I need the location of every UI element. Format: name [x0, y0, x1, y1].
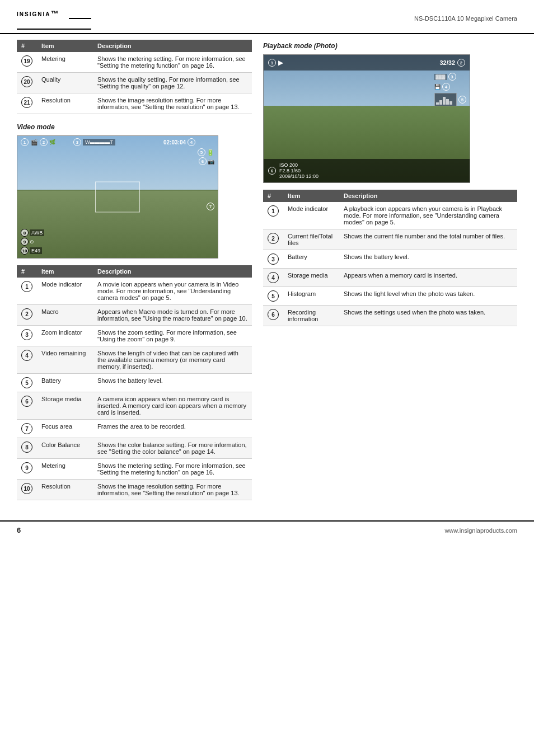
row-item: Metering — [37, 459, 93, 480]
row-item: Focus area — [37, 420, 93, 438]
row-num: 20 — [17, 73, 37, 93]
row-item: Storage media — [37, 392, 93, 420]
callout-9: 9 — [21, 238, 29, 246]
num-circle: 19 — [21, 55, 32, 67]
row-item: Recording information — [283, 306, 339, 326]
battery-row: ▓▓▓ 3 — [434, 73, 466, 81]
table-row: 20 Quality Shows the quality setting. Fo… — [17, 73, 252, 93]
video-mode-table: # Item Description 1 Mode indicator A mo… — [17, 265, 252, 500]
table-row: 8 Color Balance Shows the color balance … — [17, 438, 252, 459]
num-circle: 2 — [21, 308, 32, 320]
pb-callout-4: 4 — [442, 83, 450, 91]
callout-8: 8 — [21, 229, 29, 237]
video-time: 02:03:04 — [163, 139, 186, 145]
table-row: 6 Storage media A camera icon appears wh… — [17, 392, 252, 420]
row-desc: Frames the area to be recorded. — [93, 420, 252, 438]
table-row: 1 Mode indicator A movie icon appears wh… — [17, 278, 252, 305]
num-circle: 6 — [21, 396, 32, 407]
pb-callout-6: 6 — [268, 167, 276, 175]
pb-callout-3: 3 — [448, 73, 456, 81]
row-desc: A camera icon appears when no memory car… — [93, 392, 252, 420]
table-row: 21 Resolution Shows the image resolution… — [17, 93, 252, 114]
row-desc: Shows the battery level. — [339, 250, 517, 269]
row-num: 4 — [17, 346, 37, 374]
left-column: # Item Description 19 Metering Shows the… — [17, 40, 252, 509]
metering-icon: ⊙ — [30, 239, 34, 245]
num-circle: 5 — [268, 290, 279, 302]
pb-callout-1: 1 — [268, 59, 276, 67]
col-desc-p: Description — [339, 190, 517, 202]
row-desc: Shows the settings used when the photo w… — [339, 306, 517, 326]
video-mode-heading: Video mode — [17, 123, 252, 131]
page-header: INSIGNIA™ NS-DSC1110A 10 Megapixel Camer… — [0, 0, 534, 34]
row-num: 19 — [17, 52, 37, 73]
battery-bar: ▓▓▓ — [434, 74, 447, 80]
col-hash-p: # — [263, 190, 283, 202]
resolution-display: E49 — [30, 247, 42, 254]
num-circle: 10 — [21, 483, 32, 494]
storage-media-icon: 💾 — [434, 84, 441, 90]
zoom-bar: W▬▬▬▬T — [83, 139, 115, 145]
row-num: 7 — [17, 420, 37, 438]
playback-overlay: 1 ▶ 32/32 2 ▓▓▓ 3 💾 4 — [264, 55, 470, 182]
table-row: 4 Storage media Appears when a memory ca… — [263, 269, 517, 287]
num-circle: 4 — [21, 350, 32, 361]
callout-6: 6 — [199, 157, 207, 165]
row-desc: Shows the current file number and the to… — [339, 229, 517, 250]
movie-icon: 🎬 — [31, 139, 38, 145]
table-row: 3 Zoom indicator Shows the zoom setting.… — [17, 326, 252, 346]
num-circle: 8 — [21, 442, 32, 453]
table-row: 7 Focus area Frames the area to be recor… — [17, 420, 252, 438]
row-desc: Appears when a memory card is inserted. — [339, 269, 517, 287]
row-num: 9 — [17, 459, 37, 480]
row-desc: Shows the quality setting. For more info… — [93, 73, 252, 93]
row-num: 1 — [263, 202, 283, 229]
hist-bar-4 — [446, 99, 449, 105]
col-hash-v: # — [17, 265, 37, 278]
row-num: 3 — [263, 250, 283, 269]
row-desc: Shows the metering setting. For more inf… — [93, 459, 252, 480]
row-num: 5 — [263, 287, 283, 306]
row-num: 21 — [17, 93, 37, 114]
row-desc: A playback icon appears when your camera… — [339, 202, 517, 229]
page-title: NS-DSC1110A 10 Megapixel Camera — [414, 15, 517, 22]
row-item: Storage media — [283, 269, 339, 287]
row-desc: Shows the battery level. — [93, 374, 252, 392]
file-count-area: 32/32 2 — [439, 59, 465, 67]
row-desc: Appears when Macro mode is turned on. Fo… — [93, 305, 252, 326]
col-item: Item — [37, 40, 93, 52]
table-row: 19 Metering Shows the metering setting. … — [17, 52, 252, 73]
table-row: 5 Battery Shows the battery level. — [17, 374, 252, 392]
num-circle: 4 — [268, 272, 279, 283]
playback-right-sidebar: ▓▓▓ 3 💾 4 — [434, 73, 466, 106]
row-desc: Shows the length of video that can be ca… — [93, 346, 252, 374]
aperture-shutter-display: F2.8 1/60 — [279, 168, 318, 173]
logo: INSIGNIA™ — [17, 7, 91, 30]
storage-row: 💾 4 — [434, 83, 466, 91]
hist-bar-5 — [449, 101, 452, 105]
callout-5: 5 — [198, 148, 205, 156]
hist-bar-3 — [443, 97, 446, 105]
num-circle: 6 — [268, 309, 279, 320]
focus-area — [95, 182, 140, 213]
macro-icon: 🌿 — [49, 139, 55, 145]
num-circle: 3 — [21, 329, 32, 340]
table-row: 1 Mode indicator A playback icon appears… — [263, 202, 517, 229]
website-link: www.insigniaproducts.com — [444, 527, 517, 534]
col-desc: Description — [93, 40, 252, 52]
table-row: 4 Video remaining Shows the length of vi… — [17, 346, 252, 374]
row-num: 8 — [17, 438, 37, 459]
row-num: 10 — [17, 480, 37, 500]
row-item: Resolution — [37, 480, 93, 500]
date-display: 2009/10/10 12:00 — [279, 173, 318, 179]
row-desc: Shows the color balance setting. For mor… — [93, 438, 252, 459]
callout-1: 1 — [21, 138, 29, 146]
table-row: 6 Recording information Shows the settin… — [263, 306, 517, 326]
num-circle: 1 — [268, 205, 279, 217]
num-circle: 5 — [21, 377, 32, 388]
table-row: 5 Histogram Shows the light level when t… — [263, 287, 517, 306]
row-item: Histogram — [283, 287, 339, 306]
col-item-v: Item — [37, 265, 93, 278]
file-count-display: 32/32 — [439, 59, 455, 66]
num-circle: 9 — [21, 462, 32, 473]
